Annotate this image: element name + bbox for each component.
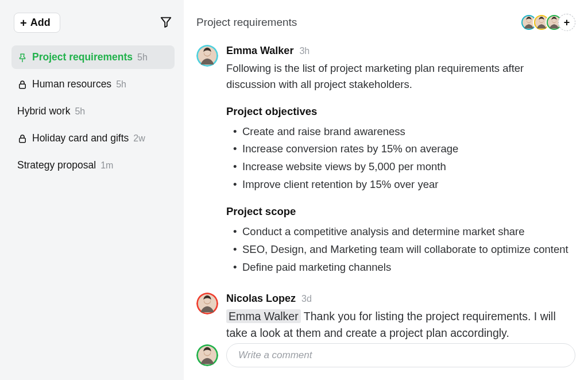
sidebar-item[interactable]: Hybrid work 5h — [11, 99, 175, 123]
bullet-item: Create and raise brand awareness — [226, 124, 575, 140]
plus-icon: + — [20, 17, 27, 29]
svg-rect-1 — [20, 84, 26, 89]
sidebar: + Add Project requirements 5h Human reso… — [0, 0, 184, 380]
lock-icon — [17, 79, 28, 90]
sidebar-item[interactable]: Project requirements 5h — [11, 45, 175, 69]
pin-icon — [17, 52, 28, 63]
comment-composer — [196, 343, 575, 373]
mention[interactable]: Emma Walker — [226, 309, 301, 323]
sidebar-item-age: 2w — [133, 133, 145, 144]
sidebar-item-label: Human resources — [32, 78, 111, 90]
comment-subheading: Project scope — [226, 205, 575, 218]
comment-body: Nicolas Lopez 3dEmma Walker Thank you fo… — [226, 293, 575, 341]
svg-marker-0 — [161, 17, 171, 26]
sidebar-item[interactable]: Human resources 5h — [11, 72, 175, 96]
sidebar-item[interactable]: Holiday card and gifts 2w — [11, 126, 175, 150]
comment: Nicolas Lopez 3dEmma Walker Thank you fo… — [196, 293, 575, 341]
sidebar-item-label: Project requirements — [32, 51, 133, 63]
main-header: Project requirements + — [196, 14, 575, 31]
comment-avatar — [196, 293, 218, 314]
comments-list: Emma Walker 3hFollowing is the list of p… — [196, 45, 575, 341]
sidebar-item-age: 5h — [75, 106, 85, 117]
bullet-item: Define paid marketing channels — [226, 259, 575, 276]
comment-subheading: Project objectives — [226, 105, 575, 118]
comment-author: Emma Walker — [226, 45, 293, 57]
comment-author: Nicolas Lopez — [226, 293, 296, 305]
plus-icon: + — [564, 17, 570, 29]
comment-avatar — [196, 45, 218, 67]
comment-body: Emma Walker 3hFollowing is the list of p… — [226, 45, 575, 277]
sidebar-item-age: 5h — [116, 79, 126, 90]
comment-text: Emma Walker Thank you for listing the pr… — [226, 308, 575, 341]
sidebar-item-age: 5h — [137, 52, 148, 63]
filter-icon[interactable] — [160, 16, 172, 30]
bullet-item: Improve client retention by 15% over yea… — [226, 176, 575, 193]
sidebar-nav: Project requirements 5h Human resources … — [11, 45, 175, 181]
main: Project requirements + Emma Walker 3hFol… — [184, 0, 588, 380]
comment-time: 3h — [299, 46, 310, 56]
sidebar-item[interactable]: Strategy proposal 1m — [11, 153, 175, 177]
bullet-item: Increase website views by 5,000 per mont… — [226, 159, 575, 175]
sidebar-item-label: Hybrid work — [17, 105, 70, 117]
add-button-label: Add — [30, 17, 51, 29]
composer-avatar — [196, 344, 218, 366]
sidebar-item-age: 1m — [100, 160, 113, 171]
comment-input[interactable] — [238, 350, 563, 361]
add-collaborator-button[interactable]: + — [558, 14, 575, 31]
bullet-item: Increase conversion rates by 15% on aver… — [226, 141, 575, 158]
bullet-item: SEO, Design, and Marketing team will col… — [226, 241, 575, 258]
bullet-item: Conduct a competitive analysis and deter… — [226, 224, 575, 240]
bullet-list: Conduct a competitive analysis and deter… — [226, 224, 575, 275]
lock-icon — [17, 133, 28, 144]
comment-text: Following is the list of project marketi… — [226, 60, 575, 93]
bullet-list: Create and raise brand awarenessIncrease… — [226, 124, 575, 193]
collaborator-avatars: + — [520, 14, 575, 31]
sidebar-item-label: Holiday card and gifts — [32, 132, 129, 144]
sidebar-top: + Add — [11, 13, 175, 33]
page-title: Project requirements — [196, 16, 297, 29]
comment: Emma Walker 3hFollowing is the list of p… — [196, 45, 575, 277]
comment-time: 3d — [301, 294, 312, 304]
composer-input-wrap[interactable] — [226, 343, 575, 367]
add-button[interactable]: + Add — [14, 13, 60, 33]
sidebar-item-label: Strategy proposal — [17, 159, 96, 171]
svg-rect-2 — [20, 138, 26, 143]
